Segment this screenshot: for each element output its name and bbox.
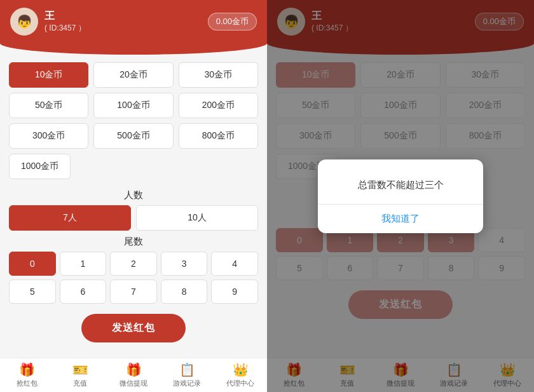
records-icon: 📋 [179,362,195,377]
agent-icon: 👑 [233,362,249,377]
digit-btn-0[interactable]: 0 [9,252,56,276]
nav-records-label: 游戏记录 [173,379,201,388]
left-send-button[interactable]: 发送红包 [81,314,186,342]
nav-agent-label: 代理中心 [226,379,254,388]
coin-btn-10[interactable]: 10金币 [9,62,88,88]
left-tail-label: 尾数 [9,236,258,248]
left-user-id: ( ID:3457 ） [44,23,86,34]
left-user-details: 王 ( ID:3457 ） [44,10,86,34]
left-send-wrap: 发送红包 [9,309,258,345]
digit-btn-4[interactable]: 4 [211,252,258,276]
withdraw-icon: 🎁 [126,362,142,377]
digit-btn-9[interactable]: 9 [211,280,258,304]
left-people-label: 人数 [9,189,258,201]
people-btn-10[interactable]: 10人 [136,205,258,231]
nav-withdraw-label: 微信提现 [120,379,147,388]
nav-grab-label: 抢红包 [17,379,38,388]
left-digit-grid: 0 1 2 3 4 5 6 7 8 9 [9,252,258,304]
right-panel: 👦 王 ( ID:3457 ） 0.00金币 10金币 20金币 30金币 50… [267,0,534,392]
left-nav-withdraw[interactable]: 🎁 微信提现 [107,358,160,392]
digit-btn-1[interactable]: 1 [60,252,107,276]
left-avatar: 👦 [10,8,38,36]
left-nav-records[interactable]: 📋 游戏记录 [160,358,214,392]
digit-btn-3[interactable]: 3 [161,252,208,276]
left-user-name: 王 [44,10,86,23]
left-content: 10金币 20金币 30金币 50金币 100金币 200金币 300金币 50… [0,57,267,358]
coin-btn-20[interactable]: 20金币 [93,62,173,88]
left-header: 👦 王 ( ID:3457 ） 0.00金币 [0,0,267,43]
digit-btn-2[interactable]: 2 [110,252,157,276]
digit-btn-7[interactable]: 7 [110,280,157,304]
left-balance: 0.00金币 [208,13,257,30]
coin-btn-300[interactable]: 300金币 [9,123,88,149]
alert-dialog: 总雷数不能超过三个 我知道了 [318,159,483,233]
coin-btn-500[interactable]: 500金币 [93,123,173,149]
left-nav-grab[interactable]: 🎁 抢红包 [0,358,53,392]
coin-btn-200[interactable]: 200金币 [179,93,258,118]
avatar-icon: 👦 [17,14,32,29]
left-people-row: 7人 10人 [9,205,258,231]
left-panel: 👦 王 ( ID:3457 ） 0.00金币 10金币 20金币 30金币 50… [0,0,267,392]
left-coin-grid: 10金币 20金币 30金币 50金币 100金币 200金币 300金币 50… [9,62,258,149]
coin-btn-50[interactable]: 50金币 [9,93,88,118]
digit-btn-8[interactable]: 8 [161,280,208,304]
nav-recharge-label: 充值 [73,379,87,388]
coin-btn-1000[interactable]: 1000金币 [9,154,71,179]
recharge-icon: 🎫 [72,362,88,377]
coin-btn-100[interactable]: 100金币 [93,93,173,118]
left-user-info: 👦 王 ( ID:3457 ） [10,8,86,36]
left-nav-agent[interactable]: 👑 代理中心 [214,358,267,392]
dialog-message: 总雷数不能超过三个 [318,159,483,204]
coin-btn-800[interactable]: 800金币 [179,123,258,149]
left-nav-recharge[interactable]: 🎫 充值 [53,358,107,392]
left-bottom-nav: 🎁 抢红包 🎫 充值 🎁 微信提现 📋 游戏记录 👑 代理中心 [0,358,267,392]
digit-btn-5[interactable]: 5 [9,280,56,304]
dialog-overlay[interactable]: 总雷数不能超过三个 我知道了 [267,0,534,392]
people-btn-7[interactable]: 7人 [9,205,131,231]
coin-btn-30[interactable]: 30金币 [179,62,258,88]
grab-icon: 🎁 [19,362,35,377]
digit-btn-6[interactable]: 6 [60,280,107,304]
dialog-confirm-button[interactable]: 我知道了 [318,205,483,233]
